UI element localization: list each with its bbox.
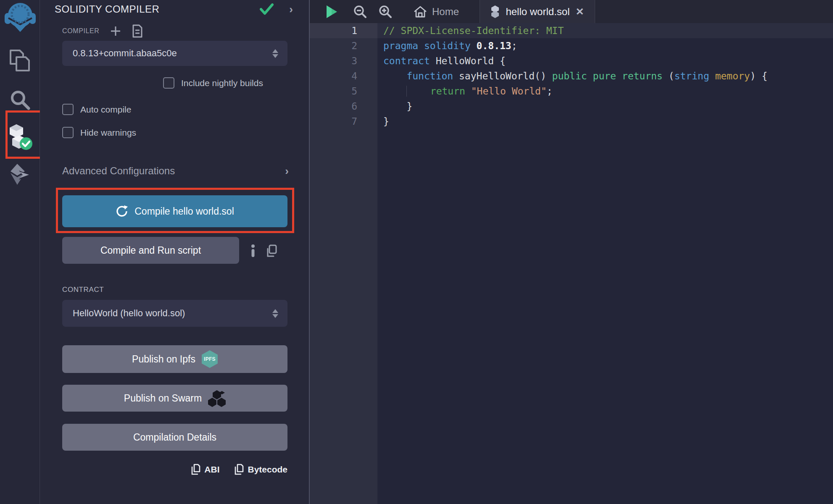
compile-and-run-label: Compile and Run script (100, 245, 201, 256)
compile-run-helpers (250, 244, 277, 257)
copy-abi-button[interactable]: ABI (191, 464, 219, 475)
publish-swarm-button[interactable]: Publish on Swarm (62, 385, 287, 412)
abi-label: ABI (204, 465, 219, 475)
editor-tabbar: Home hello world.sol ✕ (310, 0, 833, 23)
hide-warnings-label: Hide warnings (80, 128, 136, 138)
contract-select-value: HelloWorld (hello world.sol) (73, 308, 272, 319)
solidity-file-icon (490, 5, 500, 18)
include-nightly-row: Include nightly builds (163, 77, 263, 89)
compile-and-run-button[interactable]: Compile and Run script (62, 237, 239, 264)
compilation-details-button[interactable]: Compilation Details (62, 424, 287, 451)
contract-section-label: CONTRACT (62, 286, 104, 294)
publish-ipfs-label: Publish on Ipfs (132, 354, 195, 365)
code-editor[interactable]: 1// SPDX-License-Identifier: MIT2pragma … (310, 23, 833, 504)
abi-bytecode-row: ABI Bytecode (62, 464, 287, 475)
file-explorer-icon[interactable] (0, 49, 40, 73)
panel-title: SOLIDITY COMPILER (55, 3, 260, 15)
compiler-section-header: COMPILER (62, 24, 143, 38)
ipfs-icon: IPFS (202, 350, 218, 368)
add-compiler-icon[interactable] (110, 26, 121, 37)
auto-compile-row: Auto compile (62, 104, 131, 115)
compiler-version-select[interactable]: 0.8.13+commit.abaa5c0e (62, 41, 287, 66)
code-line[interactable]: 6 } (310, 99, 833, 114)
code-line-text: contract HelloWorld { (377, 53, 506, 68)
run-script-icon[interactable] (326, 5, 337, 18)
compile-success-check-icon (260, 3, 274, 15)
auto-compile-checkbox[interactable] (62, 104, 74, 115)
panel-header: SOLIDITY COMPILER › (55, 3, 293, 15)
compilation-details-label: Compilation Details (133, 432, 216, 443)
contract-select[interactable]: HelloWorld (hello world.sol) (62, 300, 287, 327)
code-line[interactable]: 2pragma solidity 0.8.13; (310, 38, 833, 53)
compile-button[interactable]: Compile hello world.sol (62, 195, 287, 227)
line-number: 7 (310, 114, 377, 129)
line-number: 5 (310, 84, 377, 99)
hide-warnings-checkbox[interactable] (62, 127, 74, 138)
line-number: 1 (310, 23, 377, 38)
code-line-text: } (377, 99, 412, 114)
publish-swarm-label: Publish on Swarm (124, 393, 202, 404)
info-icon[interactable] (250, 244, 256, 257)
code-line[interactable]: 3contract HelloWorld { (310, 53, 833, 68)
publish-ipfs-button[interactable]: Publish on Ipfs IPFS (62, 345, 287, 373)
editor-pane: Home hello world.sol ✕ 1// SPDX-License-… (309, 0, 833, 504)
copy-icon (235, 464, 244, 475)
deploy-run-icon[interactable] (0, 163, 40, 186)
advanced-chevron-icon: › (285, 165, 289, 176)
line-number: 2 (310, 38, 377, 53)
solidity-compiler-panel: SOLIDITY COMPILER › COMPILER 0.8.13+comm… (40, 0, 309, 504)
home-icon (414, 6, 427, 18)
auto-compile-label: Auto compile (80, 105, 131, 115)
remix-logo (0, 2, 40, 33)
code-line[interactable]: 5 return "Hello World"; (310, 84, 833, 99)
copy-icon[interactable] (266, 244, 277, 257)
home-tab[interactable]: Home (414, 6, 459, 18)
code-line[interactable]: 7} (310, 114, 833, 129)
hide-warnings-row: Hide warnings (62, 127, 136, 138)
refresh-icon (116, 205, 128, 218)
select-arrows-icon (272, 309, 278, 318)
zoom-in-icon[interactable] (379, 5, 392, 18)
activity-bar (0, 0, 40, 504)
include-nightly-label: Include nightly builds (181, 78, 263, 88)
copy-icon (191, 464, 200, 475)
compiler-section-label: COMPILER (62, 27, 99, 35)
code-line-text: function sayHelloWorld() public pure ret… (377, 68, 767, 84)
select-arrows-icon (272, 49, 278, 58)
advanced-configurations-toggle[interactable]: Advanced Configurations › (62, 165, 289, 177)
active-file-tab-label: hello world.sol (506, 6, 569, 18)
line-number: 3 (310, 53, 377, 68)
code-line-text: // SPDX-License-Identifier: MIT (377, 23, 564, 38)
line-number: 4 (310, 68, 377, 84)
close-tab-icon[interactable]: ✕ (575, 7, 584, 17)
code-line-text: return "Hello World"; (377, 84, 553, 99)
code-line[interactable]: 4 function sayHelloWorld() public pure r… (310, 68, 833, 84)
solidity-compiler-icon[interactable] (0, 124, 40, 150)
code-line-text: pragma solidity 0.8.13; (377, 38, 517, 53)
bytecode-label: Bytecode (248, 465, 287, 475)
advanced-configurations-label: Advanced Configurations (62, 165, 285, 177)
line-number: 6 (310, 99, 377, 114)
compile-button-label: Compile hello world.sol (134, 206, 234, 217)
search-icon[interactable] (0, 89, 40, 110)
compiler-version-value: 0.8.13+commit.abaa5c0e (73, 48, 272, 59)
include-nightly-checkbox[interactable] (163, 77, 174, 89)
code-lines: 1// SPDX-License-Identifier: MIT2pragma … (310, 23, 833, 129)
code-line-text: } (377, 114, 389, 129)
swarm-icon (208, 389, 226, 407)
compiler-config-file-icon[interactable] (132, 24, 143, 38)
panel-collapse-chevron-icon[interactable]: › (289, 4, 293, 15)
zoom-out-icon[interactable] (353, 5, 367, 18)
code-line[interactable]: 1// SPDX-License-Identifier: MIT (310, 23, 833, 38)
copy-bytecode-button[interactable]: Bytecode (235, 464, 287, 475)
active-file-tab[interactable]: hello world.sol ✕ (480, 0, 595, 23)
home-tab-label: Home (432, 6, 459, 18)
